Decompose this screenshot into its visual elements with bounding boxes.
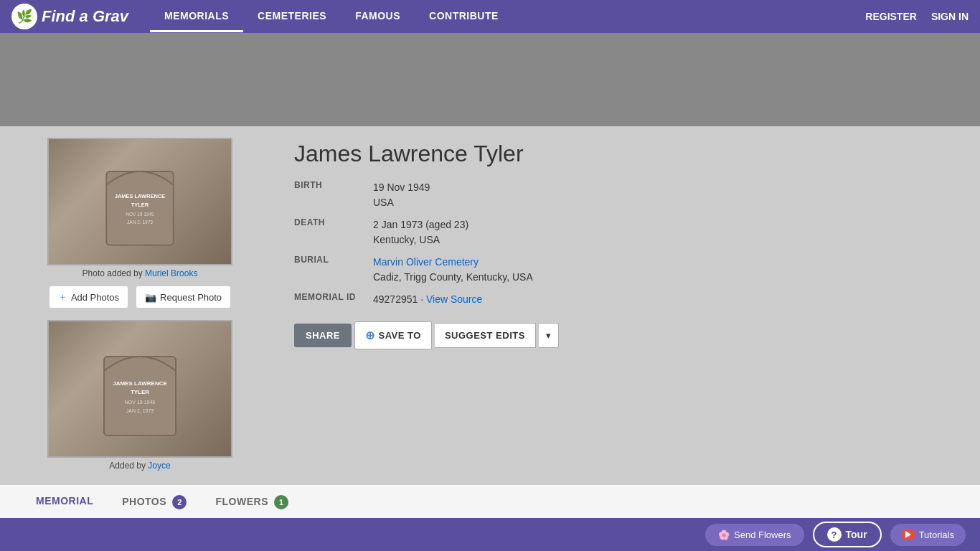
nav-cemeteries[interactable]: CEMETERIES — [243, 1, 341, 32]
flowers-badge: 1 — [274, 495, 288, 509]
send-flowers-button[interactable]: 🌸 Send Flowers — [705, 524, 804, 546]
svg-text:TYLER: TYLER — [131, 202, 149, 208]
svg-text:JAN 2, 1973: JAN 2, 1973 — [126, 408, 154, 413]
nav-right: REGISTER SIGN IN — [865, 11, 969, 22]
svg-text:JAMES LAWRENCE: JAMES LAWRENCE — [113, 380, 167, 387]
photo-credit: Photo added by Muriel Brooks — [47, 265, 232, 286]
navigation: 🌿 Find a Grav MEMORIALS CEMETERIES FAMOU… — [0, 0, 980, 33]
memorial-id: 49272951 — [373, 293, 418, 305]
tab-photos[interactable]: PHOTOS 2 — [108, 485, 201, 522]
plus-icon: ＋ — [58, 291, 67, 303]
left-panel: JAMES LAWRENCE TYLER NOV 19 1949 JAN 2, … — [0, 126, 280, 485]
photos-badge: 2 — [172, 495, 187, 509]
memorial-id-row: MEMORIAL ID 49272951 · View Source — [294, 292, 958, 307]
person-name: James Lawrence Tyler — [294, 141, 958, 167]
muriel-brooks-link[interactable]: Muriel Brooks — [145, 268, 197, 278]
svg-text:JAMES LAWRENCE: JAMES LAWRENCE — [115, 193, 165, 199]
save-to-button[interactable]: ⊕ SAVE TO — [354, 321, 432, 349]
video-icon — [902, 529, 915, 540]
view-source-link[interactable]: View Source — [426, 293, 482, 305]
question-icon: ? — [827, 527, 842, 542]
grave-photo-secondary: JAMES LAWRENCE TYLER NOV 19 1949 JAN 2, … — [47, 320, 232, 458]
burial-value: Marvin Oliver Cemetery Cadiz, Trigg Coun… — [373, 255, 533, 285]
death-label: DEATH — [294, 217, 373, 227]
register-link[interactable]: REGISTER — [865, 11, 917, 22]
right-panel: James Lawrence Tyler BIRTH 19 Nov 1949 U… — [280, 126, 980, 485]
logo[interactable]: 🌿 Find a Grav — [11, 4, 128, 29]
death-date: 2 Jan 1973 (aged 23) — [373, 217, 468, 232]
suggest-edits-button[interactable]: SUGGEST EDITS — [435, 323, 536, 348]
nav-famous[interactable]: FAMOUS — [341, 1, 415, 32]
photo-buttons: ＋ Add Photos 📷 Request Photo — [47, 286, 232, 309]
nav-links: MEMORIALS CEMETERIES FAMOUS CONTRIBUTE — [150, 1, 865, 32]
photo-credit-2: Added by Joyce — [47, 458, 232, 474]
tab-memorial[interactable]: MEMORIAL — [22, 485, 108, 522]
death-value: 2 Jan 1973 (aged 23) Kentucky, USA — [373, 217, 468, 248]
action-buttons: SHARE ⊕ SAVE TO SUGGEST EDITS ▾ — [294, 321, 958, 349]
chevron-down-icon: ▾ — [546, 330, 551, 341]
svg-text:JAN 2, 1973: JAN 2, 1973 — [127, 220, 153, 225]
cemetery-link[interactable]: Marvin Oliver Cemetery — [373, 256, 479, 268]
birth-label: BIRTH — [294, 180, 373, 190]
tab-flowers[interactable]: FLOWERS 1 — [201, 485, 303, 522]
grave-stone-svg: JAMES LAWRENCE TYLER NOV 19 1949 JAN 2, … — [97, 151, 183, 252]
tutorials-button[interactable]: Tutorials — [890, 524, 966, 546]
plus-icon: ⊕ — [365, 329, 375, 342]
info-table: BIRTH 19 Nov 1949 USA DEATH 2 Jan 1973 (… — [294, 180, 958, 307]
death-row: DEATH 2 Jan 1973 (aged 23) Kentucky, USA — [294, 217, 958, 248]
burial-location: Cadiz, Trigg County, Kentucky, USA — [373, 270, 533, 285]
birth-date: 19 Nov 1949 — [373, 180, 430, 195]
camera-icon: 📷 — [145, 292, 156, 303]
joyce-link[interactable]: Joyce — [148, 461, 170, 471]
flower-icon: 🌸 — [718, 529, 730, 540]
nav-memorials[interactable]: MEMORIALS — [150, 1, 243, 32]
death-place: Kentucky, USA — [373, 232, 468, 248]
memorial-id-value: 49272951 · View Source — [373, 292, 482, 307]
svg-text:TYLER: TYLER — [131, 389, 149, 395]
sign-in-link[interactable]: SIGN IN — [931, 11, 969, 22]
svg-text:NOV 19 1949: NOV 19 1949 — [125, 400, 156, 405]
burial-row: BURIAL Marvin Oliver Cemetery Cadiz, Tri… — [294, 255, 958, 285]
share-button[interactable]: SHARE — [294, 324, 352, 347]
logo-text: Find a Grav — [42, 7, 128, 26]
tour-button[interactable]: ? Tour — [813, 522, 882, 547]
banner-image — [0, 33, 980, 126]
birth-value: 19 Nov 1949 USA — [373, 180, 430, 210]
nav-contribute[interactable]: CONTRIBUTE — [415, 1, 513, 32]
tabs-bar: MEMORIAL PHOTOS 2 FLOWERS 1 — [0, 485, 980, 522]
svg-text:NOV 19 1949: NOV 19 1949 — [126, 212, 154, 217]
add-photos-button[interactable]: ＋ Add Photos — [49, 286, 128, 309]
bottom-bar: 🌸 Send Flowers ? Tour Tutorials — [0, 518, 980, 551]
memorial-id-label: MEMORIAL ID — [294, 292, 373, 302]
grave-photo-inner: JAMES LAWRENCE TYLER NOV 19 1949 JAN 2, … — [49, 139, 231, 264]
main-content: JAMES LAWRENCE TYLER NOV 19 1949 JAN 2, … — [0, 126, 980, 485]
photo-container: JAMES LAWRENCE TYLER NOV 19 1949 JAN 2, … — [47, 138, 232, 474]
grave-photo-main: JAMES LAWRENCE TYLER NOV 19 1949 JAN 2, … — [47, 138, 232, 265]
request-photo-button[interactable]: 📷 Request Photo — [136, 286, 231, 309]
dropdown-button[interactable]: ▾ — [539, 323, 559, 348]
birth-place: USA — [373, 195, 430, 210]
grave-stone-svg-2: JAMES LAWRENCE TYLER NOV 19 1949 JAN 2, … — [97, 335, 183, 443]
logo-icon: 🌿 — [11, 4, 37, 29]
birth-row: BIRTH 19 Nov 1949 USA — [294, 180, 958, 210]
burial-label: BURIAL — [294, 255, 373, 265]
